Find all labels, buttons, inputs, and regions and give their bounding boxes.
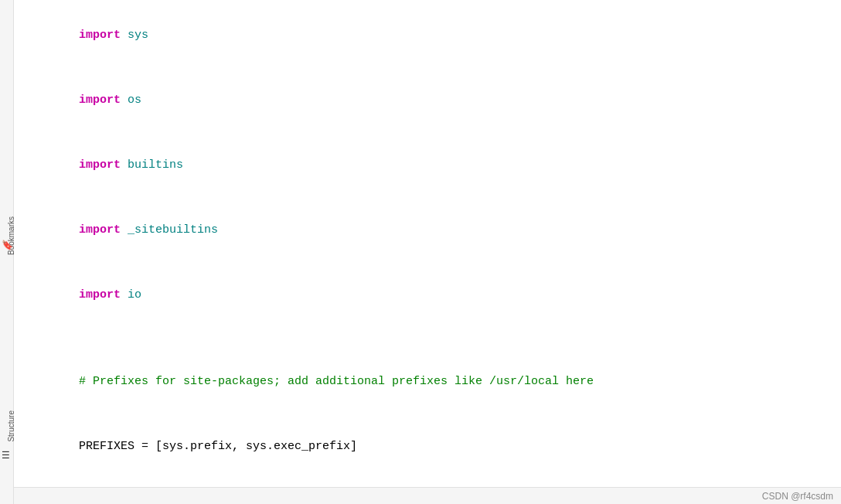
keyword: import (79, 158, 121, 172)
left-sidebar: Bookmarks 🔖 Structure ☰ (0, 0, 14, 504)
keyword: import (79, 29, 121, 42)
bookmark-icon: 🔖 (2, 240, 13, 251)
keyword: import (79, 223, 121, 237)
code-area[interactable]: import sys import os import builtins imp… (14, 0, 841, 487)
code-line-2: import os (37, 68, 826, 133)
code-line-6 (37, 328, 826, 349)
code-line-1: import sys (37, 3, 826, 68)
bottom-bar: CSDN @rf4csdm (14, 487, 841, 504)
structure-icon: ☰ (2, 450, 10, 461)
code-line-9: # Enable per user site-packages director… (37, 479, 826, 487)
keyword: import (79, 288, 121, 301)
keyword: import (79, 94, 121, 107)
csdn-label: CSDN @rf4csdm (762, 491, 833, 502)
code-line-5: import io (37, 263, 826, 328)
code-line-7: # Prefixes for site-packages; add additi… (37, 349, 826, 414)
code-line-3: import builtins (37, 133, 826, 198)
code-line-4: import _sitebuiltins (37, 198, 826, 263)
code-line-8: PREFIXES = [sys.prefix, sys.exec_prefix] (37, 414, 826, 479)
main-content: import sys import os import builtins imp… (14, 0, 841, 504)
